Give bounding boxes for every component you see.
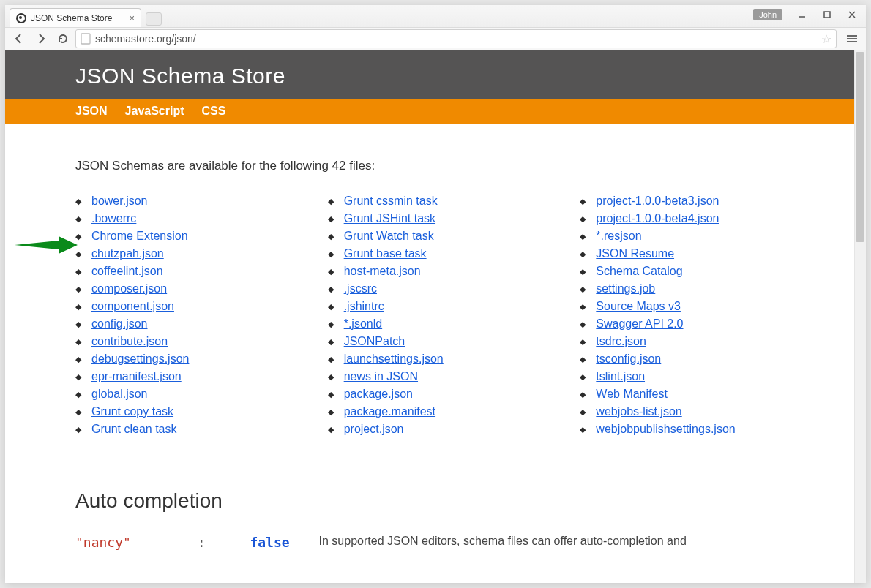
titlebar: JSON Schema Store × John xyxy=(5,5,866,27)
schema-link[interactable]: project.json xyxy=(344,423,404,436)
schema-link[interactable]: Grunt JSHint task xyxy=(344,212,436,225)
url-text: schemastore.org/json/ xyxy=(95,33,196,45)
schema-link[interactable]: project-1.0.0-beta4.json xyxy=(596,212,719,225)
back-button[interactable] xyxy=(10,29,29,48)
schema-link[interactable]: Grunt Watch task xyxy=(344,230,434,243)
schema-link[interactable]: project-1.0.0-beta3.json xyxy=(596,195,719,208)
schema-list-item: Swagger API 2.0 xyxy=(580,315,810,333)
schema-link[interactable]: coffeelint.json xyxy=(91,265,163,278)
code-colon: : xyxy=(198,535,206,550)
svg-rect-1 xyxy=(824,12,830,18)
schema-link[interactable]: bower.json xyxy=(91,195,148,208)
schema-list-item: Grunt copy task xyxy=(75,403,306,421)
hamburger-menu-button[interactable] xyxy=(842,29,861,48)
address-bar[interactable]: schemastore.org/json/ ☆ xyxy=(75,29,837,48)
minimize-button[interactable] xyxy=(790,7,815,23)
window-controls: John xyxy=(753,7,864,23)
scrollbar-thumb[interactable] xyxy=(856,52,864,242)
browser-window: JSON Schema Store × John xyxy=(5,5,866,583)
schema-link[interactable]: global.json xyxy=(91,388,148,401)
close-button[interactable] xyxy=(840,7,864,23)
reload-button[interactable] xyxy=(53,29,72,48)
schema-link[interactable]: Chrome Extension xyxy=(91,230,188,243)
schema-list-item: debugsettings.json xyxy=(75,350,306,368)
schema-link[interactable]: JSON Resume xyxy=(596,247,674,260)
schema-link[interactable]: tsconfig.json xyxy=(596,353,661,366)
schema-list-item: JSONPatch xyxy=(328,333,558,350)
schema-list-item: package.manifest xyxy=(328,403,558,421)
schema-link[interactable]: epr-manifest.json xyxy=(91,370,182,383)
schema-list-item: Grunt cssmin task xyxy=(328,192,558,210)
content: JSON Schemas are available for the follo… xyxy=(5,124,854,550)
schema-link[interactable]: settings.job xyxy=(596,282,655,295)
code-key: "nancy" xyxy=(75,535,131,550)
bookmark-star-icon[interactable]: ☆ xyxy=(821,32,831,46)
tab-title: JSON Schema Store xyxy=(31,13,112,23)
schema-link[interactable]: news in JSON xyxy=(344,370,418,383)
schema-link[interactable]: tsdrc.json xyxy=(596,335,646,348)
nav-link-javascript[interactable]: JavaScript xyxy=(125,105,184,118)
schema-link[interactable]: package.json xyxy=(344,388,413,401)
schema-link[interactable]: component.json xyxy=(91,300,174,313)
schema-link[interactable]: Grunt copy task xyxy=(91,405,173,418)
schema-link[interactable]: contribute.json xyxy=(91,335,168,348)
schema-column-2: Grunt cssmin taskGrunt JSHint taskGrunt … xyxy=(328,192,558,438)
schema-list-item: tsconfig.json xyxy=(580,350,810,368)
schema-link[interactable]: Source Maps v3 xyxy=(596,300,681,313)
tab-close-icon[interactable]: × xyxy=(129,12,135,23)
schema-list-item: JSON Resume xyxy=(580,245,810,263)
schema-list-item: Grunt JSHint task xyxy=(328,210,558,227)
forward-button[interactable] xyxy=(31,29,51,48)
schema-list-item: global.json xyxy=(75,385,306,403)
schema-link[interactable]: chutzpah.json xyxy=(91,247,164,260)
schema-list-item: project-1.0.0-beta4.json xyxy=(580,210,810,227)
schema-link[interactable]: .bowerrc xyxy=(91,212,136,225)
schema-list-item: Chrome Extension xyxy=(75,227,306,245)
maximize-button[interactable] xyxy=(815,7,840,23)
tab-strip: JSON Schema Store × xyxy=(10,5,162,27)
schema-link[interactable]: launchsettings.json xyxy=(344,353,444,366)
code-row: "nancy" : false In supported JSON editor… xyxy=(75,535,810,550)
schema-list-item: .jshintrc xyxy=(328,298,558,315)
schema-list-item: component.json xyxy=(75,298,306,315)
new-tab-button[interactable] xyxy=(146,12,162,26)
browser-tab[interactable]: JSON Schema Store × xyxy=(10,8,141,27)
intro-text: JSON Schemas are available for the follo… xyxy=(75,159,810,173)
user-chip[interactable]: John xyxy=(753,9,782,20)
schema-link[interactable]: config.json xyxy=(91,317,148,331)
schema-list-item: composer.json xyxy=(75,280,306,298)
schema-link[interactable]: Grunt clean task xyxy=(91,423,177,436)
schema-list-item: Web Manifest xyxy=(580,385,810,403)
nav-link-css[interactable]: CSS xyxy=(202,105,226,118)
schema-columns: bower.json.bowerrcChrome Extensionchutzp… xyxy=(75,192,810,438)
schema-link[interactable]: webjobs-list.json xyxy=(596,405,681,418)
schema-link[interactable]: *.resjson xyxy=(596,230,641,243)
schema-link[interactable]: Web Manifest xyxy=(596,388,668,401)
schema-link[interactable]: debugsettings.json xyxy=(91,353,189,366)
schema-list-item: tsdrc.json xyxy=(580,333,810,350)
nav-link-json[interactable]: JSON xyxy=(75,105,108,118)
schema-list-item: Schema Catalog xyxy=(580,263,810,280)
schema-link[interactable]: Schema Catalog xyxy=(596,265,682,278)
schema-list-item: tslint.json xyxy=(580,368,810,385)
scrollbar[interactable] xyxy=(854,50,866,583)
schema-link[interactable]: package.manifest xyxy=(344,405,436,418)
schema-link[interactable]: JSONPatch xyxy=(344,335,405,348)
schema-list-item: .bowerrc xyxy=(75,210,306,227)
schema-list-item: bower.json xyxy=(75,192,306,210)
schema-link[interactable]: host-meta.json xyxy=(344,265,421,278)
favicon-icon xyxy=(16,13,26,23)
schema-link[interactable]: composer.json xyxy=(91,282,167,295)
hero: JSON Schema Store xyxy=(5,50,854,99)
viewport: JSON Schema Store JSON JavaScript CSS JS… xyxy=(5,50,866,583)
schema-list-item: Grunt base task xyxy=(328,245,558,263)
schema-link[interactable]: Grunt cssmin task xyxy=(344,195,438,208)
schema-link[interactable]: Swagger API 2.0 xyxy=(596,317,683,331)
page-icon xyxy=(81,33,91,45)
schema-link[interactable]: webjobpublishsettings.json xyxy=(596,423,735,436)
schema-link[interactable]: Grunt base task xyxy=(344,247,427,260)
schema-link[interactable]: tslint.json xyxy=(596,370,645,383)
schema-link[interactable]: .jshintrc xyxy=(344,300,384,313)
schema-link[interactable]: .jscsrc xyxy=(344,282,377,295)
schema-link[interactable]: *.jsonld xyxy=(344,317,382,331)
